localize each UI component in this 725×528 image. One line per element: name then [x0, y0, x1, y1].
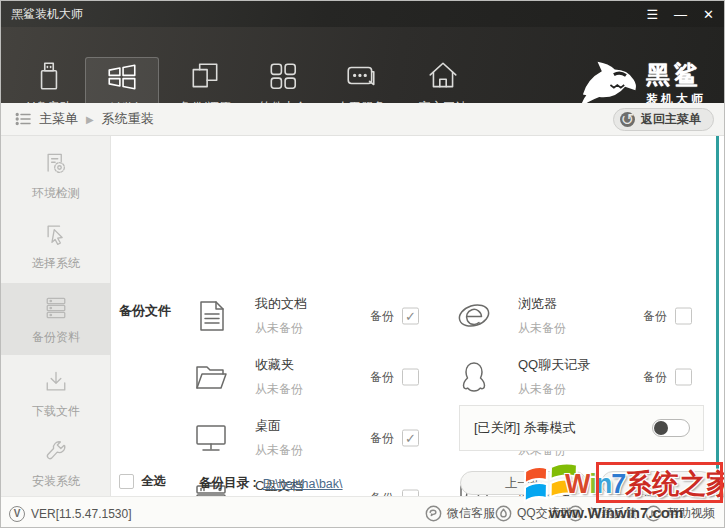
document-icon [193, 298, 229, 334]
list-icon [15, 111, 31, 127]
sidebar-item-backup-data[interactable]: 备份资料 [1, 294, 111, 346]
qq-group-icon [495, 505, 512, 522]
sidebar-item-install-system[interactable]: 安装系统 [1, 438, 111, 490]
env-check-icon [42, 150, 70, 178]
version-info: V VER[11.5.47.1530] [9, 497, 132, 528]
annotation-highlight-box [596, 462, 723, 503]
toggle-knob [654, 421, 668, 435]
select-all-checkbox[interactable] [119, 474, 134, 489]
sidebar-item-select-system[interactable]: 选择系统 [1, 220, 111, 272]
antivirus-toggle[interactable] [652, 419, 690, 437]
ie-browser-icon [456, 298, 492, 334]
select-all-control[interactable]: 全选 [119, 473, 166, 490]
sidebar-item-download-files[interactable]: 下载文件 [1, 368, 111, 420]
backup-directory: 备份目录 : D:\heisha\bak\ [199, 475, 343, 492]
wrench-icon [42, 438, 70, 466]
backup-checkbox-favorites[interactable] [402, 369, 419, 386]
version-icon: V [9, 506, 25, 522]
backup-item-desktop: 桌面 从未备份 备份 [191, 415, 419, 461]
home-icon [426, 59, 460, 93]
app-grid-icon [266, 59, 300, 93]
step-sidebar: 环境检测 选择系统 备份资料 下载文件 安装系统 [1, 136, 111, 496]
backup-item-favorites: 收藏夹 从未备份 备份 [191, 354, 419, 400]
title-bar: 黑鲨装机大师 ☰ — ✕ [1, 1, 724, 27]
breadcrumb-current: 系统重装 [102, 110, 154, 128]
qq-penguin-icon [456, 359, 492, 395]
breadcrumb-root[interactable]: 主菜单 [39, 110, 78, 128]
backup-directory-link[interactable]: D:\heisha\bak\ [263, 477, 343, 491]
antivirus-mode-box: [已关闭] 杀毒模式 [459, 405, 704, 451]
wechat-icon [425, 505, 442, 522]
scrollbar-accent[interactable] [716, 136, 719, 496]
sidebar-item-env-check[interactable]: 环境检测 [1, 150, 111, 202]
app-window: 黑鲨装机大师 ☰ — ✕ U盘启动 一键装机 备份/还原 [0, 0, 725, 528]
watermark-url: www.Winwin7.com [549, 504, 683, 521]
undo-arrow-icon: ↺ [620, 112, 635, 127]
backup-files-label: 备份文件 [119, 302, 171, 320]
footer-link-wechat[interactable]: 微信客服 [425, 497, 495, 528]
folder-icon [193, 359, 229, 395]
main-nav: U盘启动 一键装机 备份/还原 软件大全 [1, 27, 724, 103]
chat-bubble-icon [344, 59, 378, 93]
window-controls: ☰ — ✕ [646, 1, 714, 27]
download-icon [42, 368, 70, 396]
return-main-menu-button[interactable]: ↺ 返回主菜单 [613, 108, 714, 131]
windows-grid-icon [105, 60, 139, 94]
cursor-select-icon [42, 220, 70, 248]
usb-icon [32, 59, 66, 93]
breadcrumb-arrow-icon: ▶ [86, 114, 94, 125]
backup-item-qq-chat: QQ聊天记录 从未备份 备份 [454, 354, 692, 400]
backup-checkbox-my-documents[interactable] [402, 308, 419, 325]
breadcrumb-bar: 主菜单 ▶ 系统重装 ↺ 返回主菜单 [1, 103, 724, 136]
window-title: 黑鲨装机大师 [11, 6, 83, 23]
backup-checkbox-browser[interactable] [675, 308, 692, 325]
backup-item-browser: 浏览器 从未备份 备份 [454, 293, 692, 339]
monitor-icon [193, 420, 229, 456]
backup-checkbox-desktop[interactable] [402, 430, 419, 447]
server-stack-icon [42, 294, 70, 322]
backup-checkbox-qq-chat[interactable] [675, 369, 692, 386]
minimize-icon[interactable]: — [674, 8, 687, 21]
antivirus-mode-label: [已关闭] 杀毒模式 [474, 419, 576, 437]
menu-icon[interactable]: ☰ [646, 8, 658, 21]
logo-title: 黑鲨 [646, 62, 706, 88]
copy-pages-icon [188, 59, 222, 93]
backup-item-my-documents: 我的文档 从未备份 备份 [191, 293, 419, 339]
close-icon[interactable]: ✕ [703, 8, 714, 21]
